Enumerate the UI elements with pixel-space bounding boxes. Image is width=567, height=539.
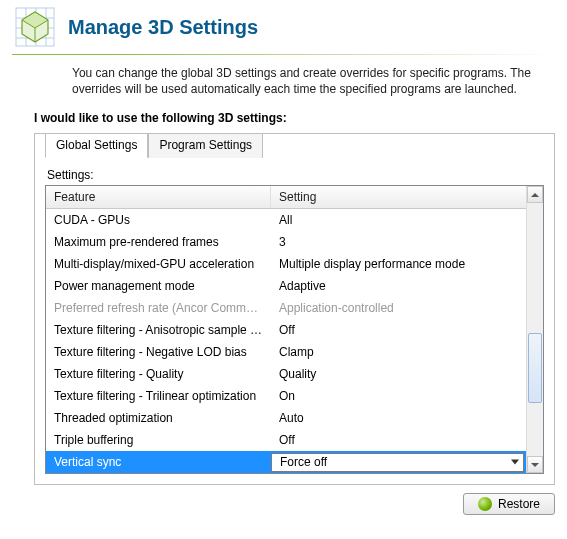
table-row[interactable]: Triple bufferingOff: [46, 429, 526, 451]
setting-value: Multiple display performance mode: [279, 257, 465, 271]
section-heading: I would like to use the following 3D set…: [0, 107, 567, 133]
setting-cell: Multiple display performance mode: [271, 257, 526, 271]
setting-cell: Off: [271, 433, 526, 447]
setting-cell: Auto: [271, 411, 526, 425]
tab-program-settings[interactable]: Program Settings: [148, 133, 263, 158]
page-title: Manage 3D Settings: [68, 16, 258, 39]
setting-value: Application-controlled: [279, 301, 394, 315]
feature-cell: Preferred refresh rate (Ancor Communicat…: [46, 301, 271, 315]
table-row[interactable]: Vertical syncForce off: [46, 451, 526, 473]
setting-dropdown[interactable]: Force off: [271, 453, 524, 472]
table-row[interactable]: Multi-display/mixed-GPU accelerationMult…: [46, 253, 526, 275]
restore-button[interactable]: Restore: [463, 493, 555, 515]
panel-footer: Restore: [34, 493, 555, 515]
feature-cell: Texture filtering - Quality: [46, 367, 271, 381]
setting-cell: Off: [271, 323, 526, 337]
setting-cell: 3: [271, 235, 526, 249]
intro-text: You can change the global 3D settings an…: [0, 59, 567, 107]
feature-cell: Threaded optimization: [46, 411, 271, 425]
feature-cell: Texture filtering - Anisotropic sample o…: [46, 323, 271, 337]
setting-cell: On: [271, 389, 526, 403]
setting-cell: All: [271, 213, 526, 227]
column-header-setting[interactable]: Setting: [271, 186, 526, 208]
setting-value: Off: [279, 323, 295, 337]
table-row[interactable]: Threaded optimizationAuto: [46, 407, 526, 429]
table-row[interactable]: Texture filtering - QualityQuality: [46, 363, 526, 385]
scroll-track[interactable]: [527, 203, 543, 456]
restore-button-label: Restore: [498, 497, 540, 511]
setting-value: All: [279, 213, 292, 227]
setting-value: Adaptive: [279, 279, 326, 293]
setting-value: Force off: [280, 455, 327, 469]
table-row[interactable]: Texture filtering - Negative LOD biasCla…: [46, 341, 526, 363]
scroll-up-button[interactable]: [527, 186, 543, 203]
feature-cell: Triple buffering: [46, 433, 271, 447]
setting-value: On: [279, 389, 295, 403]
grid-header: Feature Setting: [46, 186, 526, 209]
tab-global-settings[interactable]: Global Settings: [45, 133, 148, 158]
scroll-down-button[interactable]: [527, 456, 543, 473]
settings-label: Settings:: [47, 168, 542, 182]
feature-cell: Maximum pre-rendered frames: [46, 235, 271, 249]
column-header-feature[interactable]: Feature: [46, 186, 271, 208]
setting-cell: Clamp: [271, 345, 526, 359]
feature-cell: CUDA - GPUs: [46, 213, 271, 227]
table-row[interactable]: Maximum pre-rendered frames3: [46, 231, 526, 253]
chevron-down-icon: [511, 460, 519, 465]
page-header: Manage 3D Settings: [0, 0, 567, 52]
nvidia-logo-icon: [478, 497, 492, 511]
table-row[interactable]: CUDA - GPUsAll: [46, 209, 526, 231]
settings-3d-icon: [14, 6, 56, 48]
feature-cell: Texture filtering - Negative LOD bias: [46, 345, 271, 359]
table-row[interactable]: Power management modeAdaptive: [46, 275, 526, 297]
chevron-up-icon: [531, 193, 539, 197]
table-row[interactable]: Texture filtering - Anisotropic sample o…: [46, 319, 526, 341]
setting-value: Clamp: [279, 345, 314, 359]
table-row[interactable]: Preferred refresh rate (Ancor Communicat…: [46, 297, 526, 319]
vertical-scrollbar[interactable]: [526, 186, 543, 473]
table-row[interactable]: Texture filtering - Trilinear optimizati…: [46, 385, 526, 407]
tab-strip: Global Settings Program Settings: [45, 132, 544, 157]
chevron-down-icon: [531, 463, 539, 467]
scroll-thumb[interactable]: [528, 333, 542, 403]
setting-value: Off: [279, 433, 295, 447]
feature-cell: Texture filtering - Trilinear optimizati…: [46, 389, 271, 403]
setting-value: 3: [279, 235, 286, 249]
setting-cell: Quality: [271, 367, 526, 381]
setting-cell: Adaptive: [271, 279, 526, 293]
feature-cell: Vertical sync: [46, 455, 271, 469]
header-separator: [12, 54, 555, 55]
setting-value: Quality: [279, 367, 316, 381]
setting-cell: Application-controlled: [271, 301, 526, 315]
settings-grid: Feature Setting CUDA - GPUsAllMaximum pr…: [45, 185, 544, 474]
feature-cell: Multi-display/mixed-GPU acceleration: [46, 257, 271, 271]
settings-panel: Global Settings Program Settings Setting…: [34, 133, 555, 485]
setting-value: Auto: [279, 411, 304, 425]
feature-cell: Power management mode: [46, 279, 271, 293]
